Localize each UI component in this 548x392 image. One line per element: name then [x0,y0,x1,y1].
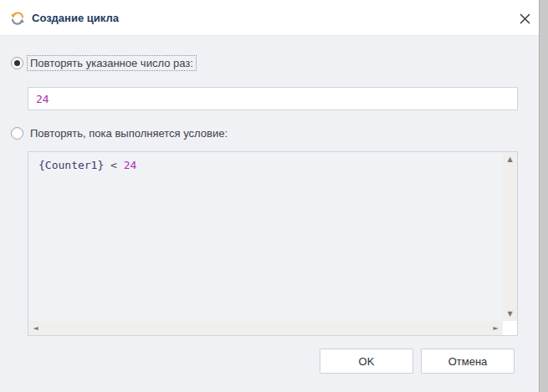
radio-button-icon[interactable] [11,127,23,140]
scroll-up-icon[interactable]: ▲ [503,152,517,166]
expression-number: 24 [124,159,137,171]
scroll-down-icon[interactable]: ▼ [503,307,517,321]
dialog-titlebar: Создание цикла [0,0,539,36]
expression-text: {Counter1} < 24 [38,159,136,171]
horizontal-scrollbar[interactable]: ◄ ► [28,321,503,335]
radio-repeat-count-label[interactable]: Повторять указанное число раз: [27,55,197,71]
radio-repeat-count[interactable]: Повторять указанное число раз: [11,55,197,71]
radio-button-icon[interactable] [11,57,23,69]
vertical-scrollbar[interactable]: ▲ ▼ [503,152,517,321]
window-edge-strip [539,0,548,392]
radio-repeat-while-label[interactable]: Повторять, пока выполняется условие: [27,125,231,141]
close-icon[interactable] [515,9,534,28]
condition-expression-editor[interactable]: {Counter1} < 24 ▲ ▼ ◄ ► [28,151,518,336]
ok-button[interactable]: OK [320,349,413,374]
scroll-right-icon[interactable]: ► [489,321,503,335]
expression-operator: < [110,159,117,171]
radio-repeat-while[interactable]: Повторять, пока выполняется условие: [11,125,231,141]
loop-icon [9,10,26,27]
cancel-button[interactable]: Отмена [421,349,515,374]
repeat-count-input[interactable] [28,87,518,110]
scrollbar-corner [503,321,517,335]
loop-creation-dialog: Создание цикла Повторять указанное число… [0,0,548,392]
expression-field: {Counter1} [38,159,104,171]
dialog-title: Создание цикла [32,0,119,36]
scroll-left-icon[interactable]: ◄ [28,321,43,335]
